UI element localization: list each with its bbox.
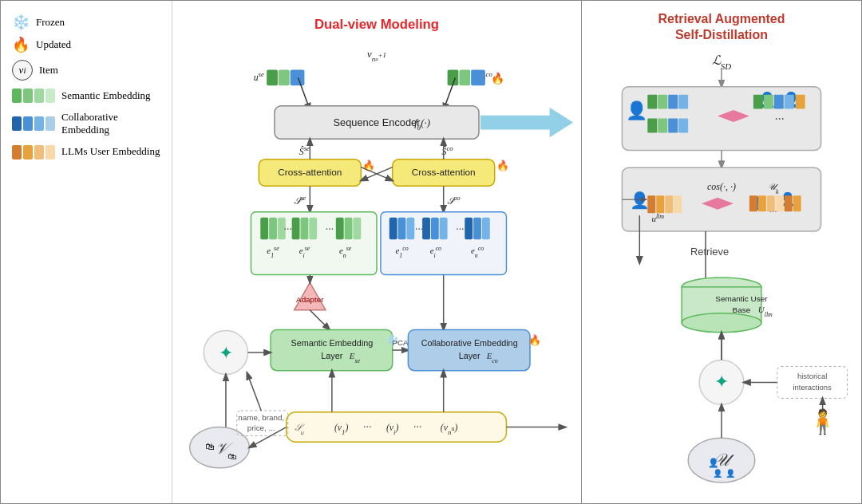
svg-text:Retrieval Augmented: Retrieval Augmented <box>658 12 785 26</box>
svg-text:✦: ✦ <box>219 344 233 363</box>
svg-rect-3 <box>267 70 278 86</box>
svg-text:👤: 👤 <box>708 457 719 468</box>
svg-text:···: ··· <box>456 223 464 235</box>
updated-label: Updated <box>36 38 71 51</box>
svg-rect-4 <box>279 70 290 86</box>
svg-text:Collaborative Embedding: Collaborative Embedding <box>421 338 518 348</box>
svg-rect-122 <box>668 119 678 133</box>
svg-rect-149 <box>749 195 757 211</box>
svg-text:Layer: Layer <box>459 351 480 360</box>
svg-text:𝒮se: 𝒮se <box>294 194 306 207</box>
svg-text:price, ...: price, ... <box>247 423 275 432</box>
svg-rect-118 <box>668 95 678 109</box>
svg-text:Cross-attention: Cross-attention <box>412 167 476 178</box>
svg-text:🔥: 🔥 <box>491 72 505 85</box>
svg-text:Cross-attention: Cross-attention <box>278 167 342 178</box>
svg-text:🛍: 🛍 <box>205 441 215 452</box>
svg-rect-142 <box>674 195 682 213</box>
svg-text:···: ··· <box>363 421 371 433</box>
svg-rect-58 <box>406 218 414 240</box>
semantic-color <box>12 89 55 103</box>
center-diagram: Dual-view Modeling vnu+1 use uco 🔥 <box>172 1 581 503</box>
svg-text:Self-Distillation: Self-Distillation <box>675 28 768 41</box>
svg-text:🛍: 🛍 <box>227 451 236 461</box>
svg-rect-152 <box>776 195 784 211</box>
svg-rect-42 <box>269 218 277 240</box>
svg-text:Sequence Encoder: Sequence Encoder <box>334 116 421 128</box>
svg-rect-129 <box>753 95 763 109</box>
svg-rect-133 <box>796 95 805 109</box>
collaborative-label: Collaborative Embedding <box>61 111 162 137</box>
svg-text:Base: Base <box>733 305 751 314</box>
svg-text:···: ··· <box>413 421 421 433</box>
svg-text:𝒮co: 𝒮co <box>447 194 461 207</box>
svg-rect-150 <box>758 195 766 211</box>
semantic-label: Semantic Embedding <box>61 89 151 102</box>
center-panel: Dual-view Modeling vnu+1 use uco 🔥 <box>172 1 582 503</box>
svg-rect-61 <box>440 218 448 240</box>
svg-text:Semantic Embedding: Semantic Embedding <box>291 338 373 348</box>
svg-text:vnu+1: vnu+1 <box>367 49 386 63</box>
svg-rect-116 <box>647 95 657 109</box>
legend-updated: 🔥 Updated <box>12 37 162 52</box>
svg-rect-132 <box>785 95 794 109</box>
svg-rect-123 <box>678 119 688 133</box>
llm-label: LLMs User Embedding <box>61 145 160 158</box>
svg-text:🔥: 🔥 <box>496 159 509 172</box>
svg-text:👤: 👤 <box>630 191 650 210</box>
svg-rect-41 <box>260 218 268 240</box>
right-panel: Retrieval Augmented Self-Distillation ℒS… <box>582 1 861 503</box>
svg-text:🔥: 🔥 <box>528 334 541 347</box>
svg-marker-20 <box>480 108 573 137</box>
svg-text:historical: historical <box>797 372 827 380</box>
svg-rect-50 <box>345 218 353 240</box>
svg-text:PCA: PCA <box>392 338 409 347</box>
svg-text:interactions: interactions <box>793 383 832 392</box>
svg-rect-141 <box>665 195 673 213</box>
svg-rect-56 <box>389 218 397 240</box>
svg-text:Retrieve: Retrieve <box>690 246 729 258</box>
svg-rect-130 <box>764 95 773 109</box>
svg-rect-8 <box>459 70 470 86</box>
svg-text:···: ··· <box>415 223 423 235</box>
svg-rect-117 <box>658 95 667 109</box>
legend-collaborative: Collaborative Embedding <box>12 111 162 137</box>
svg-point-160 <box>682 313 761 333</box>
llm-color <box>12 145 55 159</box>
svg-text:👤: 👤 <box>726 468 736 478</box>
svg-rect-5 <box>291 70 305 86</box>
legend-llm: LLMs User Embedding <box>12 145 162 159</box>
svg-rect-49 <box>336 218 344 240</box>
svg-text:✦: ✦ <box>714 372 729 392</box>
legend-item: vi Item <box>12 60 162 81</box>
svg-text:cos(·, ·): cos(·, ·) <box>707 181 736 192</box>
collaborative-color <box>12 116 55 131</box>
svg-rect-60 <box>431 218 439 240</box>
svg-text:name, brand,: name, brand, <box>238 413 284 422</box>
svg-rect-45 <box>300 218 308 240</box>
svg-rect-139 <box>647 195 655 213</box>
svg-rect-66 <box>482 218 490 240</box>
svg-text:Dual-view Modeling: Dual-view Modeling <box>314 17 439 32</box>
svg-rect-44 <box>292 218 300 240</box>
legend-panel: ❄️ Frozen 🔥 Updated vi Item Semantic Emb… <box>1 1 172 503</box>
main-container: ❄️ Frozen 🔥 Updated vi Item Semantic Emb… <box>0 0 862 504</box>
svg-text:use: use <box>254 70 264 83</box>
legend-semantic: Semantic Embedding <box>12 89 162 103</box>
item-circle: vi <box>12 60 33 81</box>
svg-text:Semantic User: Semantic User <box>715 294 768 303</box>
svg-text:···: ··· <box>775 113 785 127</box>
svg-line-104 <box>247 373 262 411</box>
updated-icon: 🔥 <box>12 37 30 52</box>
svg-rect-59 <box>422 218 430 240</box>
svg-text:👤: 👤 <box>713 468 723 478</box>
svg-text:···: ··· <box>284 223 292 235</box>
svg-rect-64 <box>465 218 473 240</box>
svg-rect-131 <box>774 95 784 109</box>
svg-rect-57 <box>398 218 406 240</box>
svg-rect-9 <box>471 70 485 86</box>
svg-line-71 <box>310 310 330 330</box>
svg-text:Layer: Layer <box>321 351 342 360</box>
svg-rect-119 <box>678 95 688 109</box>
svg-text:Ŝse: Ŝse <box>299 144 310 157</box>
